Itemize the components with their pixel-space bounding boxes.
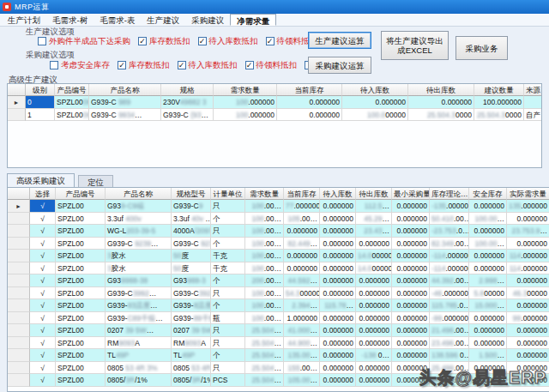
cell[interactable]: 100.000000 xyxy=(474,96,524,109)
cell[interactable]: 115.785.0… xyxy=(430,299,469,312)
cell[interactable]: -114.000000 xyxy=(430,250,469,262)
cell[interactable]: SPZL00 xyxy=(56,238,106,250)
table-row[interactable]: √SPZL003.3uf 400v3.3uf 40v …个100.00…105.… xyxy=(8,213,549,226)
cell[interactable]: 54.300000 xyxy=(284,287,320,300)
checkbox-checked-icon[interactable] xyxy=(266,37,274,45)
column-header[interactable]: 规格型号 xyxy=(172,188,211,200)
cell[interactable]: G939-C3992… xyxy=(106,287,172,300)
table-row[interactable]: √SPZL00G939-83温度…G939-8温度…个100.00…2.394…… xyxy=(8,299,549,312)
cell[interactable]: 0.000000 xyxy=(392,274,430,287)
column-header[interactable]: 计量单位 xyxy=(211,188,245,200)
cell[interactable]: 0.000000 xyxy=(392,225,430,238)
cell[interactable]: 100.00… xyxy=(245,312,284,325)
checkbox-checked-icon[interactable] xyxy=(198,37,207,45)
table-row[interactable]: √SPZL003胶水50度千克100.00…0.0000000.00000014… xyxy=(8,250,549,262)
column-header[interactable]: 最小采购量 xyxy=(392,188,430,200)
cell[interactable]: 1 xyxy=(26,109,55,122)
cell[interactable]: 155.00… xyxy=(284,362,320,375)
cell[interactable]: 23.496.00… xyxy=(430,337,469,350)
lower-tab-1[interactable]: 定位 xyxy=(78,175,113,187)
column-header[interactable]: 选择 xyxy=(30,188,56,200)
cell[interactable]: 100.00… xyxy=(469,213,507,226)
cell[interactable]: 23.753.9… xyxy=(507,225,549,238)
cell[interactable]: √ xyxy=(30,262,56,275)
cell[interactable]: 45.29… xyxy=(356,213,392,226)
column-header[interactable]: 实际需求量 xyxy=(507,188,549,200)
cell[interactable]: 2.394… xyxy=(284,299,320,312)
table-row[interactable]: √SPZL00G939988-38G93988-3个200.00…44.592…… xyxy=(8,274,549,287)
column-header[interactable]: 产品名称 xyxy=(106,188,172,200)
cell[interactable]: G939-C 9934… xyxy=(89,109,161,122)
select-all-corner[interactable] xyxy=(8,188,30,200)
cell[interactable]: SPZL00 xyxy=(56,349,106,362)
column-header[interactable]: 建议数量 xyxy=(474,84,524,96)
cell[interactable]: RM9093A xyxy=(106,337,172,350)
column-header[interactable]: 产品编号 xyxy=(55,84,89,96)
column-header[interactable]: 安全库存 xyxy=(469,188,507,200)
row-selector[interactable] xyxy=(8,374,30,387)
cell[interactable]: 3胶水 xyxy=(106,250,172,262)
cell[interactable]: 0.000000 xyxy=(284,250,320,262)
cell[interactable]: SPZL00 xyxy=(56,337,106,350)
cell[interactable]: 14.000000 xyxy=(356,262,392,275)
cell[interactable]: -99.000000 xyxy=(430,312,469,325)
cell[interactable]: 只 xyxy=(211,337,245,350)
cell[interactable]: 100.000000 xyxy=(214,109,277,122)
cell[interactable]: 135.000000 xyxy=(507,200,549,213)
cell[interactable]: 0.000000 xyxy=(392,287,430,300)
cell[interactable]: TL49P xyxy=(172,349,211,362)
cell[interactable]: 25.504… xyxy=(245,337,284,350)
cell[interactable]: 0.000000 xyxy=(392,312,430,325)
cell[interactable]: 4000A/2097/6 xyxy=(172,225,211,238)
cell[interactable]: 0.000000 xyxy=(277,109,342,122)
cell[interactable]: 0.000000 xyxy=(320,213,356,226)
cell[interactable]: 瓶 xyxy=(211,312,245,325)
cell[interactable]: 0.000000 xyxy=(356,362,392,375)
production-calc-button[interactable]: 生产建议运算 xyxy=(308,32,371,49)
select-all-corner[interactable] xyxy=(8,84,26,96)
cell[interactable]: 100.00… xyxy=(245,238,284,250)
column-header[interactable]: 来源 xyxy=(524,84,542,96)
cell[interactable]: 0.000000 xyxy=(469,324,507,337)
menu-tab-3[interactable]: 生产建议 xyxy=(141,14,185,26)
cell[interactable]: G93988-3 xyxy=(172,274,211,287)
cell[interactable]: 82.349.00… xyxy=(430,238,469,250)
cell[interactable]: G939-C392… xyxy=(172,287,211,300)
row-selector[interactable]: ► xyxy=(8,96,26,109)
cell[interactable]: SPZL000689 xyxy=(55,109,89,122)
checkbox-option[interactable]: 待入库数抵扣 xyxy=(178,60,238,71)
cell[interactable]: 114.000000 xyxy=(507,250,549,262)
cell[interactable]: 0.000000 xyxy=(320,312,356,325)
cell[interactable]: 千克 xyxy=(211,262,245,275)
cell[interactable]: G939-C 9239… xyxy=(172,238,211,250)
cell[interactable]: 0.000000 xyxy=(507,324,549,337)
cell[interactable]: SPZL00 xyxy=(56,287,106,300)
cell[interactable]: RM9093A xyxy=(172,337,211,350)
cell[interactable]: 77.000000 xyxy=(284,200,320,213)
cell[interactable]: 50.410.00… xyxy=(430,213,469,226)
cell[interactable]: 23.43… xyxy=(356,225,392,238)
checkbox-option[interactable]: 库存数抵扣 xyxy=(118,60,170,71)
cell[interactable]: √ xyxy=(30,287,56,300)
cell[interactable]: √ xyxy=(30,349,56,362)
cell[interactable]: 0.000000 xyxy=(320,362,356,375)
cell[interactable]: 15.000… xyxy=(469,299,507,312)
cell[interactable]: 44.900… xyxy=(284,337,320,350)
cell[interactable]: SPZL00 xyxy=(56,299,106,312)
cell[interactable]: 0.000000 xyxy=(469,312,507,325)
cell[interactable]: 112.5… xyxy=(356,200,392,213)
cell[interactable]: 0.000000 xyxy=(507,274,549,287)
cell[interactable]: 0.000000 xyxy=(284,262,320,275)
cell[interactable]: 0.000000 xyxy=(469,225,507,238)
column-header[interactable]: 待入库数 xyxy=(342,84,408,96)
cell[interactable]: 230V49882 3 xyxy=(161,96,214,109)
cell[interactable]: 0.000000 xyxy=(469,250,507,262)
cell[interactable]: SPZL00 xyxy=(56,324,106,337)
cell[interactable]: 25.504.30000 xyxy=(474,109,524,122)
cell[interactable]: 100.000000 xyxy=(214,96,277,109)
cell[interactable]: G939-83温度… xyxy=(106,299,172,312)
cell[interactable]: 0.000000 xyxy=(469,262,507,275)
cell[interactable]: SPZL00 xyxy=(56,274,106,287)
row-selector[interactable] xyxy=(8,213,30,226)
cell[interactable]: -114.000000 xyxy=(430,262,469,275)
